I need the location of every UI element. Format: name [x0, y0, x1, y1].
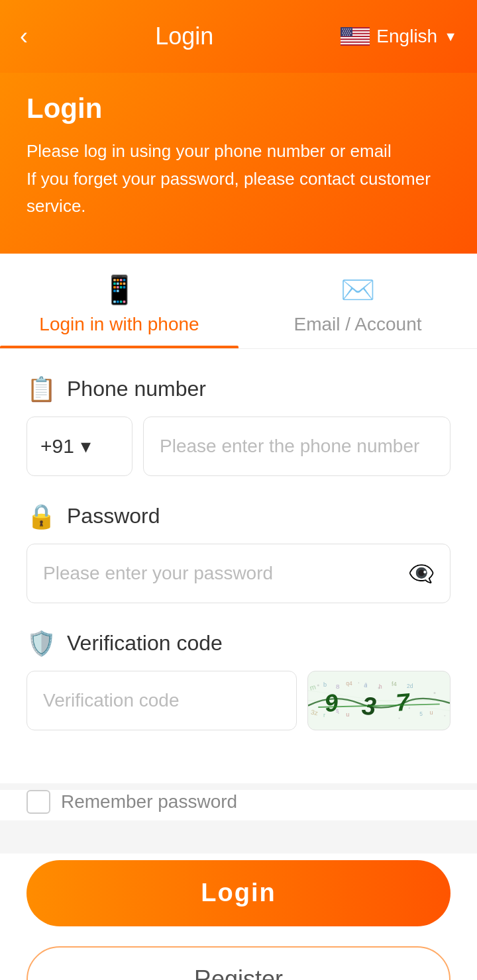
svg-point-32	[444, 715, 445, 716]
phone-field-section: 📋 Phone number +91 ▾	[26, 375, 450, 476]
remember-password-checkbox[interactable]	[26, 790, 50, 814]
language-selector[interactable]: ★★★★★ ★★★★ ★★★★★ ★★★★ English ▼	[341, 26, 457, 47]
svg-text:★: ★	[348, 34, 350, 36]
captcha-image[interactable]: m b 8 q4 ā h f4 2d 3z r s u 5 u	[307, 671, 450, 730]
back-button[interactable]: ‹	[20, 24, 28, 48]
hero-section: Login Please log in using your phone num…	[0, 73, 477, 254]
phone-input[interactable]	[143, 416, 450, 476]
phone-label: Phone number	[67, 377, 206, 401]
svg-text:r: r	[323, 712, 325, 718]
svg-rect-6	[341, 43, 370, 44]
svg-text:5: 5	[419, 710, 423, 717]
header-title: Login	[155, 23, 213, 50]
svg-rect-4	[341, 37, 370, 38]
hero-title: Login	[26, 93, 450, 124]
svg-text:u: u	[429, 709, 433, 715]
chevron-down-icon: ▼	[444, 29, 457, 44]
svg-text:q4: q4	[346, 680, 352, 687]
password-input[interactable]	[26, 544, 450, 603]
verification-label-row: 🛡️ Verification code	[26, 630, 450, 658]
verification-input[interactable]	[26, 671, 297, 730]
tab-email-label: Email / Account	[294, 314, 422, 335]
svg-text:3z: 3z	[310, 709, 318, 717]
toggle-password-icon[interactable]: 👁️‍🗨️	[408, 561, 435, 586]
tab-phone[interactable]: 📱 Login in with phone	[0, 254, 238, 348]
phone-input-row: +91 ▾	[26, 416, 450, 476]
password-label-row: 🔒 Password	[26, 503, 450, 530]
register-button[interactable]: Register	[26, 946, 450, 980]
password-label: Password	[67, 504, 160, 528]
email-tab-icon: ✉️	[341, 273, 375, 306]
svg-text:h: h	[379, 683, 382, 690]
verification-label: Verification code	[67, 631, 223, 656]
language-label: English	[376, 26, 437, 47]
verification-field-section: 🛡️ Verification code	[26, 630, 450, 730]
phone-icon: 📋	[26, 375, 56, 403]
svg-point-34	[398, 717, 399, 718]
svg-rect-5	[341, 40, 370, 41]
phone-tab-icon: 📱	[102, 273, 136, 306]
svg-text:8: 8	[336, 683, 340, 690]
password-field-section: 🔒 Password 👁️‍🗨️	[26, 503, 450, 603]
svg-point-27	[317, 684, 319, 686]
svg-point-31	[434, 692, 436, 694]
form-section: 📋 Phone number +91 ▾ 🔒 Password 👁️‍🗨️ 🛡️…	[0, 349, 477, 783]
remember-password-row: Remember password	[0, 790, 477, 820]
button-section: Login Register	[0, 854, 477, 980]
svg-text:u: u	[346, 710, 349, 717]
lock-icon: 🔒	[26, 503, 56, 530]
flag-icon: ★★★★★ ★★★★ ★★★★★ ★★★★	[341, 27, 370, 46]
tab-bar: 📱 Login in with phone ✉️ Email / Account	[0, 254, 477, 349]
svg-text:b: b	[323, 681, 327, 688]
tab-email[interactable]: ✉️ Email / Account	[238, 254, 477, 348]
header: ‹ Login ★★★★★ ★★★★ ★★★★★ ★★★★ English ▼	[0, 0, 477, 73]
shield-icon: 🛡️	[26, 630, 56, 658]
country-code-chevron: ▾	[81, 434, 91, 458]
svg-text:f4: f4	[392, 681, 397, 687]
password-wrapper: 👁️‍🗨️	[26, 544, 450, 603]
login-button[interactable]: Login	[26, 860, 450, 926]
svg-point-33	[358, 682, 360, 683]
country-code-selector[interactable]: +91 ▾	[26, 416, 132, 476]
phone-label-row: 📋 Phone number	[26, 375, 450, 403]
verification-row: m b 8 q4 ā h f4 2d 3z r s u 5 u	[26, 671, 450, 730]
remember-password-label: Remember password	[61, 791, 237, 812]
tab-phone-label: Login in with phone	[39, 314, 199, 335]
hero-subtitle: Please log in using your phone number or…	[26, 138, 450, 220]
country-code-value: +91	[40, 435, 74, 458]
